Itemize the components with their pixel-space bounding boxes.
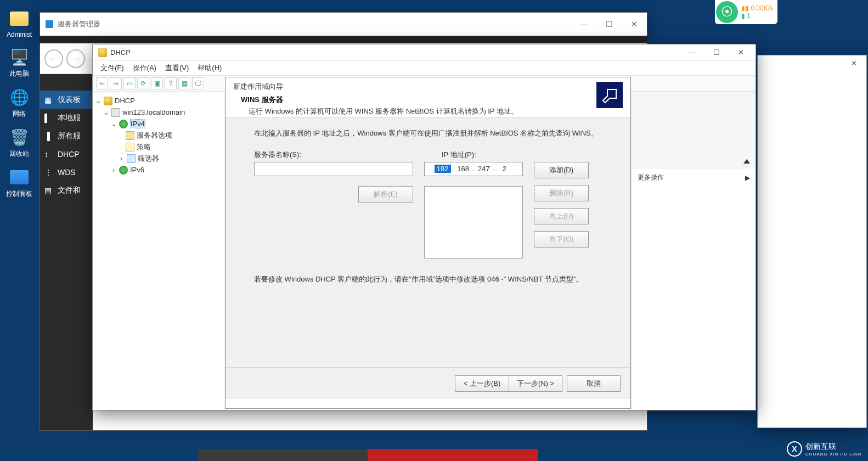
server-manager-icon bbox=[46, 20, 53, 28]
wizard-desc: 在此输入服务器的 IP 地址之后，Windows 客户端可在使用广播注册并解析 … bbox=[254, 128, 604, 139]
net-dn: ▮ 1 bbox=[741, 12, 773, 20]
tool-view-icon[interactable]: ▦ bbox=[178, 77, 190, 89]
add-button[interactable]: 添加(D) bbox=[534, 162, 589, 178]
actions-pane: 更多操作▶ bbox=[632, 92, 756, 410]
tool-back-icon[interactable]: ⇐ bbox=[96, 77, 108, 89]
chevron-right-icon: ▶ bbox=[745, 174, 750, 182]
wifi-icon: ⦿ bbox=[716, 1, 738, 23]
sidebar-item-dashboard[interactable]: ▦仪表板 bbox=[40, 91, 93, 109]
menu-action[interactable]: 操作(A) bbox=[129, 62, 160, 74]
desktop-icon-pc[interactable]: 🖥️此电脑 bbox=[9, 47, 30, 78]
mmc-tree: ⌄DHCP ⌄win123.localdomain ⌄IPv4 服务器选项 策略… bbox=[93, 92, 224, 410]
close-button[interactable]: ✕ bbox=[622, 13, 647, 36]
watermark-logo: X bbox=[787, 441, 802, 457]
tree-server-options[interactable]: 服务器选项 bbox=[95, 130, 222, 141]
cancel-button[interactable]: 取消 bbox=[567, 375, 621, 392]
remove-button[interactable]: 删除(R) bbox=[534, 185, 589, 201]
server-name-input[interactable] bbox=[254, 162, 413, 176]
sidebar-item-dhcp[interactable]: ↕DHCP bbox=[40, 145, 93, 163]
wizard-hint: 若要修改 Windows DHCP 客户端的此行为，请在"作用域"选项中修改选项… bbox=[254, 274, 604, 285]
mmc-menu: 文件(F) 操作(A) 查看(V) 帮助(H) bbox=[93, 61, 756, 75]
tool-prop-icon[interactable]: ▣ bbox=[151, 77, 163, 89]
tool-help-icon[interactable]: ? bbox=[165, 77, 177, 89]
down-button[interactable]: 向下(O) bbox=[534, 231, 589, 248]
ip-octet-3[interactable]: 247 bbox=[476, 165, 492, 173]
collapse-icon bbox=[743, 159, 750, 164]
tree-server[interactable]: ⌄win123.localdomain bbox=[95, 106, 222, 118]
menu-view[interactable]: 查看(V) bbox=[162, 62, 192, 74]
ip-list[interactable] bbox=[424, 186, 523, 258]
new-scope-wizard: 新建作用域向导 WINS 服务器 运行 Windows 的计算机可以使用 WIN… bbox=[225, 77, 631, 409]
ip-octet-2[interactable]: 168 bbox=[455, 165, 471, 173]
label-ip: IP 地址(P): bbox=[442, 150, 535, 160]
ip-input[interactable]: 192. 168. 247. 2 bbox=[424, 162, 523, 176]
tree-filter[interactable]: ›筛选器 bbox=[95, 153, 222, 164]
back-button[interactable]: < 上一步(B) bbox=[455, 375, 509, 392]
bottom-bars bbox=[198, 449, 538, 461]
actions-more[interactable]: 更多操作▶ bbox=[632, 168, 756, 187]
nav-forward[interactable]: → bbox=[66, 49, 85, 68]
maximize-button[interactable]: ☐ bbox=[596, 13, 622, 36]
wizard-breadcrumb: 新建作用域向导 bbox=[233, 82, 518, 92]
sm-stripe bbox=[40, 36, 647, 44]
sidebar-item-all[interactable]: ▐所有服 bbox=[40, 127, 93, 145]
sidebar-item-file[interactable]: ▤文件和 bbox=[40, 181, 93, 199]
tree-ipv4[interactable]: ⌄IPv4 bbox=[95, 118, 222, 130]
desktop-icon-control[interactable]: 控制面板 bbox=[6, 167, 32, 199]
sidebar-item-local[interactable]: ▌本地服 bbox=[40, 109, 93, 127]
tree-ipv6[interactable]: ›IPv6 bbox=[95, 164, 222, 176]
up-button[interactable]: 向上(U) bbox=[534, 208, 589, 224]
tool-fwd-icon[interactable]: ⇒ bbox=[110, 77, 122, 89]
resolve-button[interactable]: 解析(E) bbox=[358, 186, 413, 203]
sidebar-item-wds[interactable]: ⋮WDS bbox=[40, 163, 93, 181]
tool-monitor-icon[interactable]: 🖵 bbox=[192, 77, 204, 89]
server-manager-window: 服务器管理器 — ☐ ✕ bbox=[40, 12, 647, 36]
wizard-icon bbox=[596, 82, 623, 108]
watermark: X 创新互联CHUANG XIN HU LIAN bbox=[787, 441, 861, 457]
ip-octet-4[interactable]: 2 bbox=[496, 165, 512, 173]
mmc-minimize-button[interactable]: — bbox=[679, 45, 704, 60]
actions-header[interactable] bbox=[632, 152, 756, 168]
ip-octet-1[interactable]: 192 bbox=[435, 165, 451, 173]
mmc-maximize-button[interactable]: ☐ bbox=[704, 45, 729, 60]
desktop-icon-recycle[interactable]: 🗑️回收站 bbox=[9, 127, 30, 159]
tool-refresh-icon[interactable]: ⟳ bbox=[137, 77, 149, 89]
menu-file[interactable]: 文件(F) bbox=[97, 62, 127, 74]
menu-help[interactable]: 帮助(H) bbox=[194, 62, 225, 74]
wizard-subheading: 运行 Windows 的计算机可以使用 WINS 服务器将 NetBIOS 计算… bbox=[233, 106, 518, 116]
label-server-name: 服务器名称(S): bbox=[254, 150, 413, 160]
net-up: ▮▮ 0.00K/s bbox=[741, 4, 773, 12]
minimize-button[interactable]: — bbox=[571, 13, 596, 36]
dhcp-icon bbox=[98, 48, 107, 57]
desktop-icons: Administ 🖥️此电脑 🌐网络 🗑️回收站 控制面板 bbox=[0, 8, 38, 199]
mmc-title: DHCP bbox=[110, 48, 131, 57]
tree-policy[interactable]: 策略 bbox=[95, 141, 222, 153]
tool-up-icon[interactable]: ▭ bbox=[123, 77, 136, 89]
sm-sidebar: ▦仪表板 ▌本地服 ▐所有服 ↕DHCP ⋮WDS ▤文件和 bbox=[40, 74, 93, 430]
tree-root[interactable]: ⌄DHCP bbox=[95, 95, 222, 106]
mmc-close-button[interactable]: ✕ bbox=[729, 45, 753, 60]
desktop-icon-network[interactable]: 🌐网络 bbox=[9, 87, 30, 119]
nav-back[interactable]: ← bbox=[44, 49, 63, 68]
background-window: ✕ bbox=[757, 55, 867, 428]
next-button[interactable]: 下一步(N) > bbox=[509, 375, 562, 392]
bg-close-button[interactable]: ✕ bbox=[842, 55, 866, 71]
desktop-icon-admin[interactable]: Administ bbox=[7, 8, 32, 38]
server-manager-title: 服务器管理器 bbox=[58, 19, 100, 29]
network-status-widget[interactable]: ⦿ ▮▮ 0.00K/s ▮ 1 bbox=[715, 0, 777, 24]
wizard-heading: WINS 服务器 bbox=[233, 95, 518, 105]
